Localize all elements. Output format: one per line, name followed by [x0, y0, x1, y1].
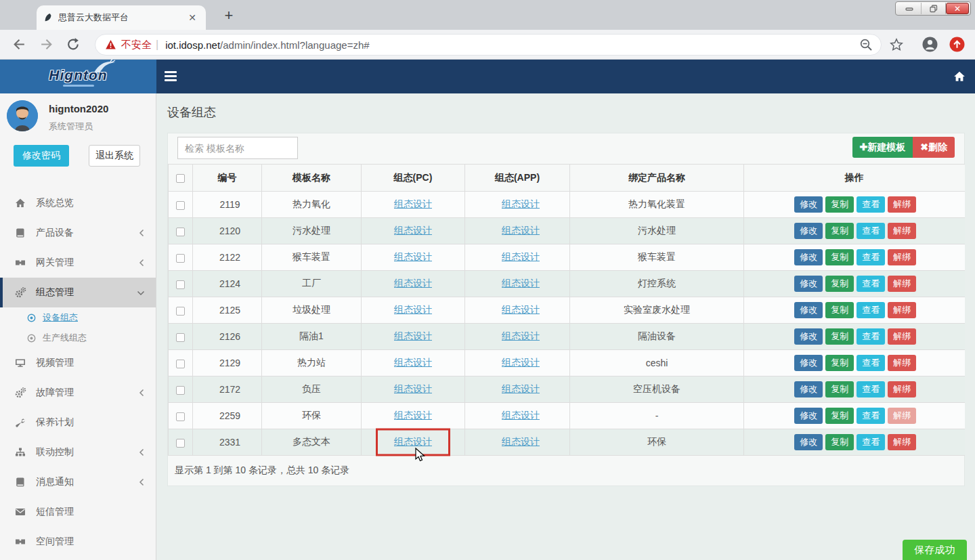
pc-design-link[interactable]: 组态设计 [394, 225, 432, 236]
view-button[interactable]: 查看 [857, 196, 885, 213]
row-checkbox[interactable] [176, 360, 185, 368]
home-icon[interactable] [953, 70, 966, 83]
edit-button[interactable]: 修改 [794, 434, 823, 450]
reload-icon[interactable] [66, 37, 81, 51]
copy-button[interactable]: 复制 [825, 434, 854, 450]
copy-button[interactable]: 复制 [825, 381, 854, 397]
app-design-link[interactable]: 组态设计 [502, 198, 540, 209]
app-design-link[interactable]: 组态设计 [502, 410, 540, 421]
sidebar-item-space-management[interactable]: 空间管理 [0, 527, 156, 557]
edit-button[interactable]: 修改 [794, 328, 823, 345]
pc-design-link[interactable]: 组态设计 [394, 330, 432, 341]
sidebar-item-message-notification[interactable]: 消息通知 [0, 467, 156, 497]
change-password-button[interactable]: 修改密码 [14, 145, 69, 167]
copy-button[interactable]: 复制 [825, 276, 854, 292]
row-checkbox[interactable] [176, 412, 185, 421]
edit-button[interactable]: 修改 [794, 302, 823, 318]
unbind-button[interactable]: 解绑 [888, 223, 916, 239]
unbind-button[interactable]: 解绑 [888, 196, 916, 213]
user-avatar[interactable] [7, 100, 38, 131]
app-design-link[interactable]: 组态设计 [502, 357, 540, 368]
app-design-link[interactable]: 组态设计 [502, 225, 540, 236]
window-close-button[interactable]: ✕ [946, 3, 969, 14]
back-icon[interactable] [12, 37, 26, 51]
copy-button[interactable]: 复制 [825, 302, 854, 318]
copy-button[interactable]: 复制 [825, 328, 854, 345]
edit-button[interactable]: 修改 [794, 355, 823, 371]
row-checkbox[interactable] [176, 333, 185, 342]
unbind-button[interactable]: 解绑 [888, 355, 916, 371]
pc-design-link[interactable]: 组态设计 [394, 410, 432, 421]
url-path[interactable]: /admin/index.html?language=zh# [220, 39, 370, 51]
security-warning-label[interactable]: 不安全 [121, 39, 152, 51]
sidebar-item-video-management[interactable]: 视频管理 [0, 348, 156, 378]
row-checkbox[interactable] [176, 307, 185, 316]
row-checkbox[interactable] [176, 228, 185, 236]
unbind-button[interactable]: 解绑 [888, 408, 916, 424]
edit-button[interactable]: 修改 [794, 249, 823, 265]
pc-design-link[interactable]: 组态设计 [394, 436, 432, 447]
pc-design-link[interactable]: 组态设计 [394, 304, 432, 315]
pc-design-link[interactable]: 组态设计 [394, 357, 432, 368]
new-template-button[interactable]: ✚新建模板 [852, 137, 913, 158]
sidebar-item-configuration-management[interactable]: 组态管理 [0, 278, 156, 307]
unbind-button[interactable]: 解绑 [888, 249, 916, 265]
row-checkbox[interactable] [176, 439, 185, 448]
window-minimize-button[interactable] [897, 3, 922, 14]
view-button[interactable]: 查看 [857, 328, 885, 345]
sidebar-item-product-devices[interactable]: 产品设备 [0, 218, 156, 248]
edit-button[interactable]: 修改 [794, 196, 823, 213]
unbind-button[interactable]: 解绑 [888, 381, 916, 397]
unbind-button[interactable]: 解绑 [888, 302, 916, 318]
pc-design-link[interactable]: 组态设计 [394, 251, 432, 262]
unbind-button[interactable]: 解绑 [888, 276, 916, 292]
copy-button[interactable]: 复制 [825, 355, 854, 371]
view-button[interactable]: 查看 [857, 302, 885, 318]
sidebar-subitem-production-line-configuration[interactable]: 生产线组态 [0, 328, 156, 348]
copy-button[interactable]: 复制 [825, 408, 854, 424]
edit-button[interactable]: 修改 [794, 381, 823, 397]
new-tab-button[interactable]: + [219, 7, 238, 26]
menu-toggle-icon[interactable] [165, 71, 177, 83]
view-button[interactable]: 查看 [857, 434, 885, 450]
view-button[interactable]: 查看 [857, 381, 885, 397]
bookmark-star-icon[interactable] [890, 38, 903, 51]
sidebar-item-system-overview[interactable]: 系统总览 [0, 188, 156, 218]
sidebar-subitem-device-configuration[interactable]: 设备组态 [0, 307, 156, 328]
view-button[interactable]: 查看 [857, 249, 885, 265]
view-button[interactable]: 查看 [857, 355, 885, 371]
row-checkbox[interactable] [176, 254, 185, 263]
browser-tab[interactable]: 思普云大数据平台 ✕ [37, 5, 206, 30]
app-design-link[interactable]: 组态设计 [502, 436, 540, 447]
sidebar-item-fault-management[interactable]: 故障管理 [0, 378, 156, 408]
app-design-link[interactable]: 组态设计 [502, 251, 540, 262]
app-design-link[interactable]: 组态设计 [502, 278, 540, 288]
copy-button[interactable]: 复制 [825, 196, 854, 213]
forward-icon[interactable] [39, 37, 53, 51]
unbind-button[interactable]: 解绑 [888, 434, 916, 450]
search-input[interactable] [177, 137, 298, 159]
edit-button[interactable]: 修改 [794, 223, 823, 239]
browser-update-icon[interactable] [949, 37, 965, 52]
zoom-out-icon[interactable] [859, 38, 873, 51]
row-checkbox[interactable] [176, 280, 185, 289]
profile-avatar-icon[interactable] [922, 37, 938, 52]
pc-design-link[interactable]: 组态设计 [394, 198, 432, 209]
view-button[interactable]: 查看 [857, 408, 885, 424]
logout-button[interactable]: 退出系统 [89, 145, 140, 167]
row-checkbox[interactable] [176, 201, 185, 210]
edit-button[interactable]: 修改 [794, 276, 823, 292]
view-button[interactable]: 查看 [857, 276, 885, 292]
row-checkbox[interactable] [176, 386, 185, 395]
sidebar-item-sms-management[interactable]: 短信管理 [0, 497, 156, 527]
copy-button[interactable]: 复制 [825, 223, 854, 239]
pc-design-link[interactable]: 组态设计 [394, 278, 432, 288]
unbind-button[interactable]: 解绑 [888, 328, 916, 345]
edit-button[interactable]: 修改 [794, 408, 823, 424]
url-domain[interactable]: iot.idosp.net [165, 39, 220, 51]
tab-close-icon[interactable]: ✕ [186, 12, 199, 23]
copy-button[interactable]: 复制 [825, 249, 854, 265]
select-all-checkbox[interactable] [176, 174, 185, 183]
app-design-link[interactable]: 组态设计 [502, 330, 540, 341]
view-button[interactable]: 查看 [857, 223, 885, 239]
